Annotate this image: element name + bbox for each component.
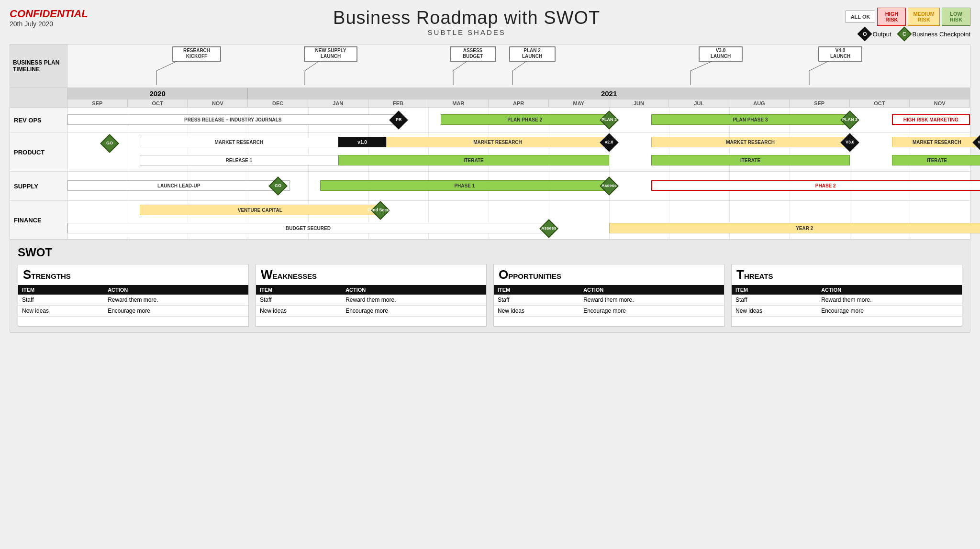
bar-budget-secured: BUDGET SECURED xyxy=(67,223,549,233)
grid-line-7 xyxy=(489,201,489,239)
legend-checkpoint: C Business Checkpoint xyxy=(899,29,970,39)
output-label: Output xyxy=(873,31,891,38)
diamond-pr-5.5: PR xyxy=(392,113,405,127)
bar-venture-capital: VENTURE CAPITAL xyxy=(140,205,380,215)
month-row: SEPOCTNOVDECJANFEBMARAPRMAYJUNJULAUGSEPO… xyxy=(67,99,970,107)
diamond-label: PLAN 2 xyxy=(601,118,617,122)
swot-card-title-1: WEAKNESSES xyxy=(256,264,486,285)
swot-action: Encourage more xyxy=(817,306,962,317)
header: CONFIDENTIAL 20th July 2020 Business Roa… xyxy=(10,8,970,39)
legend-output: O Output xyxy=(859,29,891,39)
swot-table-3: ITEMACTIONStaffReward them more.New idea… xyxy=(732,285,962,326)
month-cell-dec3: DEC xyxy=(248,99,308,107)
grid-line-11 xyxy=(729,201,730,239)
year-month-header: 2020 2021 SEPOCTNOVDECJANFEBMARAPRMAYJUN… xyxy=(10,88,970,108)
output-diamond-icon: O xyxy=(857,26,872,41)
swot-item: New ideas xyxy=(256,306,342,317)
revops-row: REV OPS PRESS RELEASE – INDUSTRY JOURNAL… xyxy=(10,108,970,133)
checkpoint-diamond-icon: C xyxy=(897,26,912,41)
diamond-v20-9: v2.0 xyxy=(602,136,616,149)
swot-item: Staff xyxy=(256,295,342,306)
badge-low-risk: LOWRISK xyxy=(942,8,970,26)
swot-col-action: ACTION xyxy=(579,285,724,295)
diamond-plan-3-13: PLAN 3 xyxy=(843,113,857,127)
swot-col-item: ITEM xyxy=(18,285,104,295)
swot-card-2: OPPORTUNITIESITEMACTIONStaffReward them … xyxy=(493,264,724,327)
header-left: CONFIDENTIAL 20th July 2020 xyxy=(10,8,88,28)
diamond-label: Assess xyxy=(541,226,557,231)
diamond-label: PR xyxy=(395,118,401,122)
swot-table-2: ITEMACTIONStaffReward them more.New idea… xyxy=(494,285,724,326)
svg-text:LAUNCH: LAUNCH xyxy=(711,54,731,59)
grid-line-13 xyxy=(850,201,850,239)
checkpoint-label: Business Checkpoint xyxy=(913,31,970,38)
risk-badges: ALL OK HIGHRISK MEDIUMRISK LOWRISK xyxy=(846,8,970,26)
product-label: PRODUCT xyxy=(10,133,67,171)
timeline-label: BUSINESS PLAN TIMELINE xyxy=(10,44,67,88)
swot-row-0: StaffReward them more. xyxy=(732,295,962,306)
swot-section: SWOT STRENGTHSITEMACTIONStaffReward them… xyxy=(10,240,970,332)
swot-action xyxy=(817,317,962,326)
diamond-plan-2-9: PLAN 2 xyxy=(602,113,616,127)
swot-title-rest: PPORTUNITIES xyxy=(508,272,561,280)
swot-col-action: ACTION xyxy=(104,285,248,295)
svg-text:LAUNCH: LAUNCH xyxy=(830,54,850,59)
swot-row-0: StaffReward them more. xyxy=(18,295,248,306)
main-title: Business Roadmap with SWOT xyxy=(88,8,846,28)
svg-text:V3.0: V3.0 xyxy=(716,48,726,53)
swot-title-rest: TRENGTHS xyxy=(31,272,71,280)
bar-market-research: MARKET RESEARCH xyxy=(651,137,850,147)
svg-text:BUDGET: BUDGET xyxy=(463,54,483,59)
swot-row-1: New ideasEncourage more xyxy=(732,306,962,317)
checkpoint-letter: C xyxy=(902,31,906,37)
swot-item: New ideas xyxy=(18,306,104,317)
swot-title-big: O xyxy=(499,267,508,282)
grid-line-6 xyxy=(428,108,429,132)
svg-text:LAUNCH: LAUNCH xyxy=(321,54,341,59)
diamond-label: GO xyxy=(106,141,113,146)
diamond-go-0.7: GO xyxy=(103,137,116,150)
header-center: Business Roadmap with SWOT SUBTLE SHADES xyxy=(88,8,846,36)
month-cell-oct1: OCT xyxy=(128,99,188,107)
diamond-assess-9: Assess xyxy=(602,179,616,193)
grid-line-9 xyxy=(609,201,610,239)
swot-action xyxy=(104,317,248,326)
swot-item xyxy=(732,317,817,326)
swot-action: Reward them more. xyxy=(817,295,962,306)
diamond-label: V4.0 xyxy=(978,140,980,145)
timeline-section: BUSINESS PLAN TIMELINE RESEARCH KICKOFF xyxy=(10,44,970,240)
revops-label: REV OPS xyxy=(10,108,67,132)
bar-plan-phase-2: PLAN PHASE 2 xyxy=(441,114,609,125)
svg-text:RESEARCH: RESEARCH xyxy=(183,48,210,53)
swot-title-rest: EAKNESSES xyxy=(273,272,317,280)
supply-bars: LAUNCH LEAD-UPGOPHASE 1AssessPHASE 2Asse… xyxy=(67,172,970,200)
revops-bars: PRESS RELEASE – INDUSTRY JOURNALSPRPLAN … xyxy=(67,108,970,132)
finance-label: FINANCE xyxy=(10,201,67,239)
bar-iterate: ITERATE xyxy=(651,155,850,165)
swot-card-3: THREATSITEMACTIONStaffReward them more.N… xyxy=(731,264,962,327)
header-date: 20th July 2020 xyxy=(10,20,88,28)
bar-market-research: MARKET RESEARCH xyxy=(140,137,338,147)
swot-table-0: ITEMACTIONStaffReward them more.New idea… xyxy=(18,285,248,326)
bar-iterate: ITERATE xyxy=(892,155,980,165)
swot-card-1: WEAKNESSESITEMACTIONStaffReward them mor… xyxy=(256,264,487,327)
swot-row-1: New ideasEncourage more xyxy=(18,306,248,317)
swot-item: New ideas xyxy=(732,306,817,317)
confidential-label: CONFIDENTIAL xyxy=(10,8,88,20)
badge-medium-risk: MEDIUMRISK xyxy=(908,8,940,26)
diamond-go-3.5: GO xyxy=(271,179,285,193)
swot-item xyxy=(18,317,104,326)
month-cell-jun9: JUN xyxy=(609,99,669,107)
bar-v10: v1.0 xyxy=(338,137,387,147)
month-cell-sep0: SEP xyxy=(67,99,128,107)
legend-row: O Output C Business Checkpoint xyxy=(859,29,970,39)
grid-line-10 xyxy=(669,201,669,239)
badge-all-ok: ALL OK xyxy=(846,11,876,23)
diamond-label: GO xyxy=(275,184,281,188)
swot-item: New ideas xyxy=(494,306,579,317)
grid-line-6 xyxy=(428,201,429,239)
diamond-label: v2.0 xyxy=(605,140,613,145)
swot-action: Encourage more xyxy=(579,306,724,317)
header-right: ALL OK HIGHRISK MEDIUMRISK LOWRISK O Out… xyxy=(846,8,970,39)
bar-phase-1: PHASE 1 xyxy=(320,180,609,191)
